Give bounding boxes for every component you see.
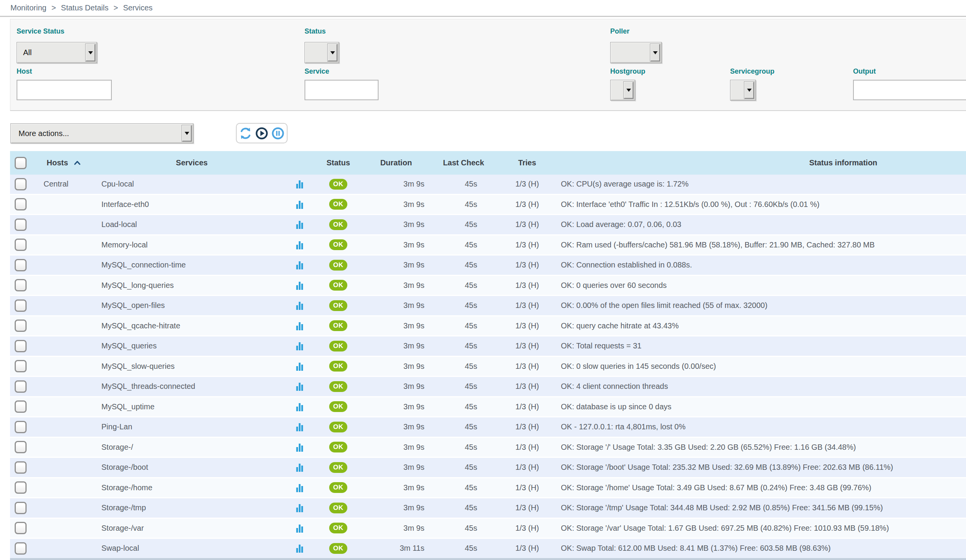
host-input[interactable]: [17, 80, 112, 100]
row-checkbox[interactable]: [15, 178, 27, 190]
column-header-status[interactable]: Status: [314, 158, 362, 167]
bar-chart-icon[interactable]: [296, 301, 303, 310]
last-check-cell: 45s: [430, 341, 497, 350]
service-name-cell[interactable]: Storage-/: [98, 443, 285, 452]
column-header-services[interactable]: Services: [98, 158, 285, 167]
bar-chart-icon[interactable]: [296, 422, 303, 431]
bar-chart-icon[interactable]: [296, 463, 303, 472]
column-header-tries[interactable]: Tries: [497, 158, 557, 167]
bar-chart-icon[interactable]: [296, 321, 303, 330]
bar-chart-icon[interactable]: [296, 544, 303, 553]
bar-chart-icon[interactable]: [296, 341, 303, 350]
bar-chart-icon[interactable]: [296, 261, 303, 269]
service-name-cell[interactable]: MySQL_qcache-hitrate: [98, 321, 285, 330]
bar-chart-icon[interactable]: [296, 220, 303, 229]
service-name-cell[interactable]: Load-local: [98, 220, 285, 229]
select-all-checkbox[interactable]: [15, 157, 27, 169]
row-checkbox[interactable]: [15, 441, 27, 453]
service-name-cell[interactable]: MySQL_uptime: [98, 402, 285, 411]
chevron-down-icon[interactable]: [650, 44, 660, 62]
bar-chart-icon[interactable]: [296, 200, 303, 209]
column-header-duration[interactable]: Duration: [362, 158, 430, 167]
pause-icon[interactable]: [271, 126, 285, 140]
bar-chart-icon[interactable]: [296, 443, 303, 452]
bar-chart-icon[interactable]: [296, 402, 303, 411]
chevron-down-icon[interactable]: [623, 81, 634, 99]
row-checkbox[interactable]: [15, 360, 27, 372]
service-name-cell[interactable]: MySQL_queries: [98, 341, 285, 350]
graph-cell: [285, 220, 314, 229]
service-name-cell[interactable]: Swap-local: [98, 544, 285, 553]
output-input[interactable]: [853, 80, 966, 100]
row-checkbox[interactable]: [15, 542, 27, 555]
hostgroup-select[interactable]: [610, 80, 635, 101]
service-name-cell[interactable]: MySQL_open-files: [98, 301, 285, 310]
service-name-cell[interactable]: MySQL_threads-connected: [98, 382, 285, 391]
row-checkbox[interactable]: [15, 299, 27, 312]
bar-chart-icon[interactable]: [296, 240, 303, 249]
column-header-last-check[interactable]: Last Check: [430, 158, 497, 167]
sort-ascending-icon[interactable]: [74, 161, 81, 165]
table-row: MySQL_qcache-hitrate OK 3m 9s 45s 1/3 (H…: [10, 316, 966, 337]
bar-chart-icon[interactable]: [296, 362, 303, 371]
service-name-cell[interactable]: Cpu-local: [98, 180, 285, 188]
row-checkbox[interactable]: [15, 461, 27, 474]
chevron-down-icon[interactable]: [744, 81, 754, 99]
row-checkbox[interactable]: [15, 279, 27, 291]
row-checkbox[interactable]: [15, 380, 27, 393]
service-input[interactable]: [305, 80, 379, 100]
breadcrumb-item-status-details[interactable]: Status Details: [61, 3, 108, 12]
row-checkbox[interactable]: [15, 340, 27, 352]
status-information-cell: OK: 4 client connection threads: [557, 382, 966, 391]
graph-cell: [285, 200, 314, 209]
service-name-cell[interactable]: Storage-/boot: [98, 463, 285, 472]
bar-chart-icon[interactable]: [296, 483, 303, 492]
play-icon[interactable]: [255, 126, 269, 140]
status-select[interactable]: [305, 42, 339, 63]
status-cell: OK: [314, 260, 362, 271]
row-checkbox[interactable]: [15, 198, 27, 210]
column-header-hosts[interactable]: Hosts: [37, 158, 98, 167]
bar-chart-icon[interactable]: [296, 503, 303, 512]
service-name-cell[interactable]: Storage-/tmp: [98, 503, 285, 512]
chevron-down-icon[interactable]: [85, 44, 96, 62]
status-cell: OK: [314, 199, 362, 210]
tries-cell: 1/3 (H): [497, 301, 557, 310]
row-checkbox[interactable]: [15, 219, 27, 231]
last-check-cell: 45s: [430, 220, 497, 229]
refresh-icon[interactable]: [239, 126, 252, 140]
row-checkbox[interactable]: [15, 259, 27, 271]
row-checkbox[interactable]: [15, 421, 27, 433]
service-name-cell[interactable]: MySQL_long-queries: [98, 281, 285, 290]
row-checkbox[interactable]: [15, 320, 27, 332]
breadcrumb-item-monitoring[interactable]: Monitoring: [10, 3, 46, 12]
service-name-cell[interactable]: MySQL_slow-queries: [98, 362, 285, 371]
bar-chart-icon[interactable]: [296, 524, 303, 533]
service-name-cell[interactable]: Storage-/var: [98, 524, 285, 533]
service-status-select[interactable]: All: [17, 42, 97, 63]
service-name-cell[interactable]: Ping-Lan: [98, 422, 285, 431]
row-checkbox[interactable]: [15, 400, 27, 413]
servicegroup-select[interactable]: [730, 80, 756, 101]
tries-cell: 1/3 (H): [497, 443, 557, 452]
service-name-cell[interactable]: MySQL_connection-time: [98, 261, 285, 269]
row-checkbox[interactable]: [15, 239, 27, 251]
breadcrumb-item-services[interactable]: Services: [123, 3, 153, 12]
service-name-cell[interactable]: Memory-local: [98, 240, 285, 249]
service-name-cell[interactable]: Interface-eth0: [98, 200, 285, 209]
bar-chart-icon[interactable]: [296, 281, 303, 290]
row-checkbox[interactable]: [15, 502, 27, 514]
service-name-cell[interactable]: Storage-/home: [98, 483, 285, 492]
row-checkbox[interactable]: [15, 522, 27, 534]
poller-select[interactable]: [610, 42, 662, 63]
chevron-down-icon[interactable]: [182, 125, 192, 142]
column-header-status-information[interactable]: Status information: [557, 158, 966, 167]
row-checkbox[interactable]: [15, 481, 27, 494]
graph-cell: [285, 503, 314, 512]
chevron-down-icon[interactable]: [327, 44, 338, 62]
bar-chart-icon[interactable]: [296, 180, 303, 188]
status-cell: OK: [314, 422, 362, 432]
bar-chart-icon[interactable]: [296, 382, 303, 391]
more-actions-select[interactable]: More actions...: [10, 123, 194, 143]
host-cell[interactable]: Central: [37, 180, 98, 188]
